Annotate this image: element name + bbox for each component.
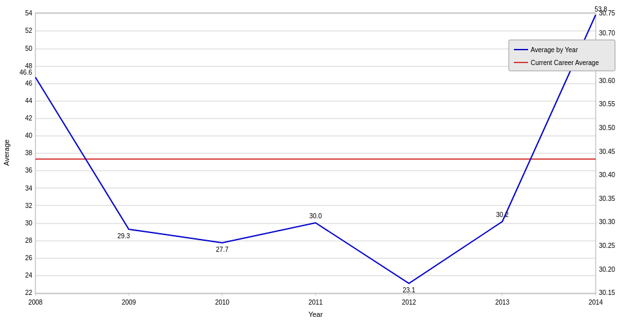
data-label-2011: 30.0 (309, 213, 322, 220)
y-left-tick: 32 (25, 202, 33, 209)
data-label-2008: 46.6 (19, 69, 32, 76)
y-left-tick: 22 (25, 289, 33, 296)
y-right-tick: 30.60 (599, 77, 615, 84)
y-left-tick: 50 (25, 45, 33, 52)
y-right-tick: 30.25 (599, 242, 615, 249)
y-left-tick: 44 (25, 97, 33, 104)
x-tick-2011: 2011 (308, 299, 323, 306)
x-tick-2013: 2013 (495, 299, 510, 306)
y-left-tick: 24 (25, 272, 33, 279)
y-left-tick: 54 (25, 10, 33, 17)
y-left-tick: 42 (25, 115, 33, 122)
data-label-2014: 53.8 (594, 6, 607, 13)
main-chart: 22 24 26 28 30 32 34 36 38 40 42 44 46 4… (0, 0, 644, 322)
y-right-tick: 30.30 (599, 218, 615, 225)
y-right-tick: 30.70 (599, 30, 615, 37)
y-left-tick: 52 (25, 27, 33, 34)
y-left-tick: 34 (25, 185, 33, 192)
y-right-tick: 30.15 (599, 289, 615, 296)
y-right-tick: 30.35 (599, 195, 615, 202)
y-left-tick: 26 (25, 254, 33, 261)
x-tick-2008: 2008 (28, 299, 43, 306)
y-left-tick: 40 (25, 132, 33, 139)
x-axis-label: Year (308, 310, 323, 318)
data-label-2012: 23.1 (402, 287, 415, 294)
y-left-axis-label: Average (3, 140, 10, 166)
data-label-2013: 30.2 (496, 211, 509, 218)
x-tick-2012: 2012 (402, 299, 417, 306)
y-left-tick: 46 (25, 80, 33, 87)
chart-container: 22 24 26 28 30 32 34 36 38 40 42 44 46 4… (0, 0, 644, 322)
data-label-2010: 27.7 (216, 246, 229, 253)
y-left-tick: 36 (25, 167, 33, 174)
y-right-tick: 30.55 (599, 100, 615, 108)
x-tick-2014: 2014 (589, 299, 603, 306)
y-left-tick: 38 (25, 149, 33, 156)
y-right-tick: 30.45 (599, 148, 615, 155)
y-left-tick: 30 (25, 220, 33, 227)
y-right-tick: 30.20 (599, 266, 615, 273)
legend-career-average-label: Current Career Average (531, 59, 599, 66)
x-tick-2010: 2010 (215, 299, 230, 306)
x-tick-2009: 2009 (122, 299, 137, 306)
y-right-tick: 30.40 (599, 171, 615, 178)
y-left-tick: 28 (25, 237, 33, 244)
legend-average-by-year-label: Average by Year (531, 46, 578, 53)
y-right-tick: 30.50 (599, 124, 615, 131)
data-label-2009: 29.3 (117, 232, 130, 240)
